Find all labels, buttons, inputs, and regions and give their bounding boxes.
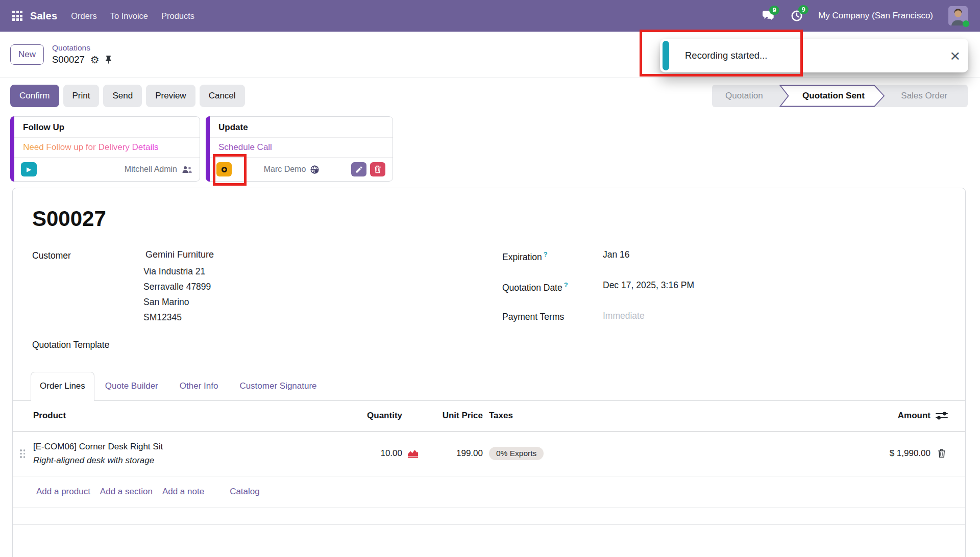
quantity-cell[interactable]: 10.00 (325, 448, 402, 459)
nav-item-to-invoice[interactable]: To Invoice (110, 11, 148, 21)
send-button[interactable]: Send (103, 85, 142, 107)
forecast-chart-icon[interactable] (407, 448, 423, 459)
empty-totals-row (13, 508, 965, 525)
play-button[interactable]: ▶ (21, 162, 37, 176)
assignee-name: Mitchell Admin (125, 165, 177, 174)
activity-card-update: Update Schedule Call Marc Demo (206, 116, 393, 182)
amount-cell: $ 1,990.00 (662, 448, 930, 459)
gear-icon[interactable]: ⚙ (90, 55, 100, 65)
order-lines-header: Product Quantity Unit Price Taxes Amount (13, 401, 965, 432)
breadcrumb-parent-link[interactable]: Quotations (52, 43, 112, 53)
customer-value[interactable]: Gemini Furniture (143, 249, 214, 260)
add-section-link[interactable]: Add a section (100, 487, 153, 497)
drag-handle[interactable] (20, 449, 25, 458)
online-status-dot (963, 20, 969, 27)
activity-title: Update (206, 117, 393, 138)
tax-tag[interactable]: 0% Exports (489, 447, 544, 460)
delete-line-icon[interactable] (938, 449, 946, 458)
assignee-name: Marc Demo (264, 165, 306, 174)
unit-price-cell[interactable]: 199.00 (423, 448, 483, 459)
expiration-value[interactable]: Jan 16 (603, 249, 630, 263)
quotation-form-sheet: S00027 Customer Gemini Furniture Via Ind… (12, 188, 966, 557)
card-accent-bar (10, 116, 14, 182)
nav-menu: Orders To Invoice Products (71, 11, 194, 21)
app-name[interactable]: Sales (30, 10, 57, 22)
delete-activity-button[interactable] (370, 162, 385, 176)
activities-button[interactable]: 9 (791, 10, 803, 22)
add-product-link[interactable]: Add a product (36, 487, 90, 497)
breadcrumb: Quotations S00027 ⚙ (52, 43, 112, 65)
new-button[interactable]: New (10, 44, 44, 65)
customer-address: Via Industria 21 Serravalle 47899 San Ma… (143, 264, 214, 325)
cancel-button[interactable]: Cancel (200, 85, 245, 107)
activity-cards: Follow Up Need Follow up for Delivery De… (10, 116, 393, 182)
print-button[interactable]: Print (63, 85, 100, 107)
activity-title: Follow Up (11, 117, 200, 138)
messages-button[interactable]: 9 (762, 10, 775, 21)
trash-icon (374, 165, 381, 173)
order-name-heading: S00027 (32, 208, 952, 230)
top-navbar: Sales Orders To Invoice Products 9 9 (0, 0, 980, 32)
clock-glyph (222, 167, 227, 172)
toast-message: Recording started... (685, 50, 767, 61)
pin-icon[interactable] (105, 55, 112, 64)
tab-order-lines[interactable]: Order Lines (31, 372, 94, 401)
add-note-link[interactable]: Add a note (162, 487, 204, 497)
activity-summary-link[interactable]: Need Follow up for Delivery Details (23, 142, 159, 152)
nav-item-products[interactable]: Products (161, 11, 194, 21)
status-step-sales-order[interactable]: Sales Order (901, 91, 968, 101)
clock-deadline-button[interactable] (216, 162, 232, 176)
toast-notification: Recording started... × (660, 39, 968, 72)
toast-accent-bar (663, 41, 669, 70)
confirm-button[interactable]: Confirm (10, 85, 59, 107)
expiration-label: Expiration? (502, 249, 603, 263)
quotation-date-label: Quotation Date? (502, 280, 603, 293)
tab-other-info[interactable]: Other Info (169, 372, 229, 400)
column-unit-price: Unit Price (423, 411, 483, 421)
product-description-cell[interactable]: Right-aligned desk with storage (33, 455, 325, 466)
quotation-date-value[interactable]: Dec 17, 2025, 3:16 PM (603, 280, 694, 293)
card-accent-bar (206, 116, 210, 182)
edit-activity-button[interactable] (351, 162, 366, 176)
customer-label: Customer (32, 249, 143, 340)
nav-item-orders[interactable]: Orders (71, 11, 96, 21)
address-line: Via Industria 21 (143, 264, 214, 279)
address-line: San Marino (143, 294, 214, 310)
tab-customer-signature[interactable]: Customer Signature (229, 372, 327, 400)
tab-quote-builder[interactable]: Quote Builder (94, 372, 169, 400)
company-switcher[interactable]: My Company (San Francisco) (818, 11, 933, 21)
payment-terms-label: Payment Terms (502, 311, 603, 322)
notebook-tabs: Order Lines Quote Builder Other Info Cus… (13, 372, 965, 401)
activity-summary-link[interactable]: Schedule Call (218, 142, 272, 152)
breadcrumb-current: S00027 (52, 54, 85, 66)
activity-card-follow-up: Follow Up Need Follow up for Delivery De… (10, 116, 200, 182)
column-product: Product (33, 411, 325, 421)
status-pipeline: Quotation Quotation Sent Sales Order (712, 85, 968, 107)
catalog-link[interactable]: Catalog (230, 487, 260, 497)
pencil-icon (355, 166, 363, 173)
help-icon: ? (544, 250, 548, 258)
user-avatar[interactable] (948, 6, 968, 26)
preview-button[interactable]: Preview (146, 85, 195, 107)
action-buttons: Confirm Print Send Preview Cancel (10, 85, 245, 107)
payment-terms-value[interactable]: Immediate (603, 311, 645, 322)
status-step-quotation[interactable]: Quotation (712, 91, 763, 101)
activities-badge: 9 (798, 5, 808, 14)
close-icon[interactable]: × (950, 47, 960, 64)
product-name-cell[interactable]: [E-COM06] Corner Desk Right Sit (33, 442, 325, 452)
address-line: Serravalle 47899 (143, 279, 214, 294)
status-step-quotation-sent[interactable]: Quotation Sent (779, 85, 885, 107)
quotation-template-label: Quotation Template (32, 340, 952, 350)
users-group-icon (182, 166, 192, 173)
help-icon: ? (564, 281, 568, 289)
order-lines-footer-links: Add a product Add a section Add a note C… (13, 476, 965, 508)
column-amount: Amount (662, 411, 930, 421)
address-line: SM12345 (143, 310, 214, 325)
apps-grid-icon[interactable] (12, 11, 22, 21)
column-quantity: Quantity (325, 411, 402, 421)
globe-icon (310, 165, 319, 174)
column-taxes: Taxes (483, 411, 662, 421)
order-line-row: [E-COM06] Corner Desk Right Sit Right-al… (13, 432, 965, 476)
column-options-icon[interactable] (935, 411, 948, 421)
messages-badge: 9 (769, 6, 779, 15)
